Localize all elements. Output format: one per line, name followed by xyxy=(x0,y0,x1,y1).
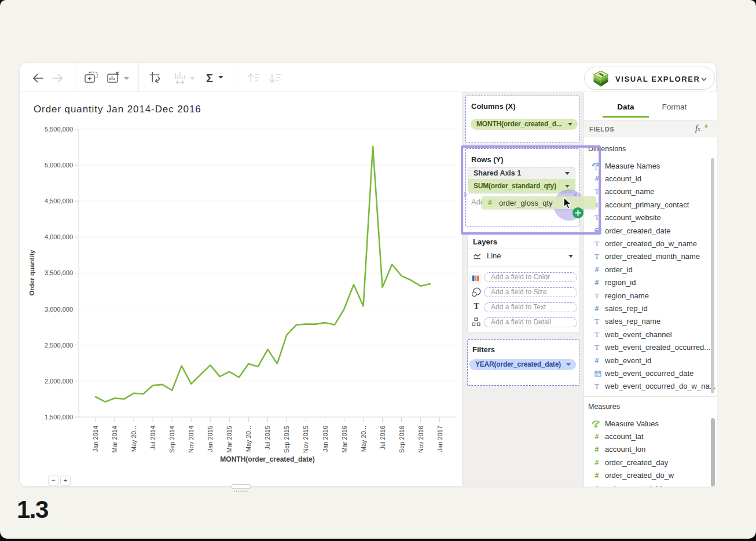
svg-text:2,500,000: 2,500,000 xyxy=(45,342,73,349)
svg-text:4,500,000: 4,500,000 xyxy=(45,198,73,204)
svg-text:Mar 2015: Mar 2015 xyxy=(226,426,233,452)
svg-text:Jul 2015: Jul 2015 xyxy=(264,426,271,450)
svg-text:Jul 2016: Jul 2016 xyxy=(379,426,386,450)
svg-text:1,500,000: 1,500,000 xyxy=(45,414,73,421)
svg-text:May 20...: May 20... xyxy=(130,426,137,452)
svg-text:Mar 2014: Mar 2014 xyxy=(111,426,118,452)
svg-text:Sep 2016: Sep 2016 xyxy=(398,426,405,453)
svg-text:Jan 2017: Jan 2017 xyxy=(436,426,443,452)
svg-text:MONTH(order_created_date): MONTH(order_created_date) xyxy=(220,455,314,463)
svg-text:Σ: Σ xyxy=(206,72,213,85)
svg-text:4,000,000: 4,000,000 xyxy=(45,233,73,240)
svg-text:Jan 2014: Jan 2014 xyxy=(92,426,99,452)
svg-text:Nov 2015: Nov 2015 xyxy=(302,426,309,453)
svg-text:2,000,000: 2,000,000 xyxy=(45,378,73,385)
svg-text:Nov 2014: Nov 2014 xyxy=(188,426,194,453)
svg-text:5,000,000: 5,000,000 xyxy=(45,162,73,169)
svg-text:May 20...: May 20... xyxy=(245,426,252,452)
svg-text:Nov 2016: Nov 2016 xyxy=(417,426,424,453)
svg-text:Jan 2015: Jan 2015 xyxy=(207,426,214,452)
svg-text:#: # xyxy=(594,422,598,428)
svg-text:Sep 2014: Sep 2014 xyxy=(168,426,175,453)
svg-text:Jul 2014: Jul 2014 xyxy=(149,426,156,450)
svg-text:3,000,000: 3,000,000 xyxy=(45,306,73,313)
svg-text:Jan 2016: Jan 2016 xyxy=(322,426,329,452)
svg-text:5,500,000: 5,500,000 xyxy=(45,126,73,133)
svg-text:Order quantity: Order quantity xyxy=(28,250,35,296)
svg-text:Mar 2016: Mar 2016 xyxy=(341,426,348,452)
svg-text:Sep 2015: Sep 2015 xyxy=(283,426,290,453)
svg-text:T: T xyxy=(594,165,598,171)
svg-text:3,500,000: 3,500,000 xyxy=(45,269,73,276)
svg-text:May 20...: May 20... xyxy=(360,426,367,452)
